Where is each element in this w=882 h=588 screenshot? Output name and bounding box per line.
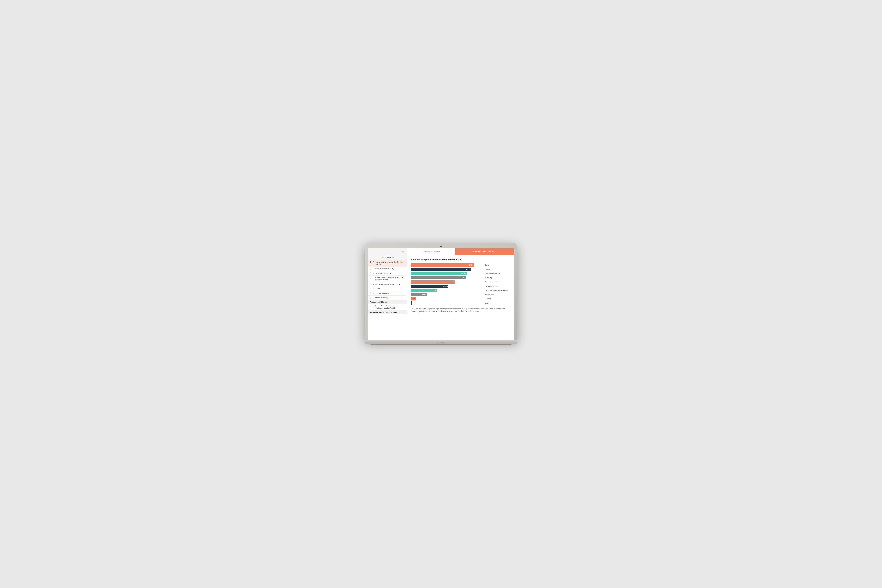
bar-wrapper-marketing: 75% [411, 276, 484, 279]
bar-customer-success: 51.5% [411, 285, 448, 288]
bar-wrapper-product: 83.1% [411, 268, 484, 271]
bar-wrapper-executives: 77.2% [411, 272, 484, 275]
chart-row-executives: 77.2% Executives/leadership [411, 272, 510, 275]
progress-complete-label: COMPLETE [384, 256, 394, 258]
sidebar-item-reflect[interactable]: ☰ Time to reflect 🔥 [368, 296, 406, 300]
sidebar-item-best-tools[interactable]: ☰ 19 of the best competitive intel tools… [368, 276, 406, 282]
complete-continue-button[interactable]: Complete and Continue › [456, 248, 514, 255]
prev-lecture-label: Previous Lecture [424, 250, 440, 253]
exam-icon: ≡✓ [372, 288, 375, 290]
video-icon-coursework: ▶ [372, 292, 374, 294]
laptop-base [365, 340, 517, 344]
top-nav: ‹ Previous Lecture Complete and Continue… [407, 248, 514, 255]
sidebar-item-exam[interactable]: ≡✓ Exam [368, 286, 406, 291]
radio-coursework [370, 292, 372, 294]
radio-swot [370, 272, 372, 274]
sidebar-item-label-reflect: Time to reflect 🔥 [375, 297, 405, 299]
bar-label-customer-success: 51.5% [443, 285, 447, 287]
radio-exam [370, 288, 372, 290]
sidebar-item-share-ci[interactable]: ☰ How to share competitive intelligence … [368, 260, 406, 267]
progress-percent: 0% [381, 256, 383, 258]
category-corporate-strategy: Corporate strategy/development [485, 290, 510, 291]
list-icon-reflect: ☰ [372, 297, 374, 298]
chart-container: 86.8% Sales 83.1% [411, 263, 510, 304]
chart-row-other: 1.5% Other [411, 302, 510, 304]
top-bar: ⚙ ‹ Previous Lecture Complete and Contin… [368, 248, 514, 255]
description-text: When we dug a little deeper and explored… [411, 308, 510, 313]
chart-row-product: 83.1% Product [411, 268, 510, 271]
category-other: Other [485, 302, 510, 304]
bar-wrapper-customer-success: 51.5% [411, 285, 484, 288]
next-arrow-icon: › [496, 250, 496, 253]
sidebar-item-label-coursework: Coursework (0:46) [375, 292, 405, 294]
category-marketing: Marketing [485, 277, 510, 279]
sidebar-item-swot[interactable]: ▶ SWOT analysis (5:23) [368, 271, 406, 276]
section-presenting-label: Presenting your findings [40 mins] [370, 311, 397, 314]
radio-module6 [370, 284, 372, 285]
sidebar-item-coursework[interactable]: ▶ Coursework (0:46) [368, 291, 406, 296]
sidebar-item-alex[interactable]: ☰ Alex McDonnell – Competitive Intellige… [368, 304, 406, 310]
sidebar-item-label-share-ci: How to share competitive intelligence fi… [375, 261, 405, 266]
bar-engineering: 22.1% [411, 293, 427, 296]
chart-row-product-marketing: 60.3% Product marketing [411, 280, 510, 284]
video-icon-module6: ▶ [372, 284, 374, 285]
progress-label: 0% COMPLETE [381, 256, 393, 258]
section-fireside: Fireside chat [20 mins] [368, 300, 406, 304]
sidebar-item-label-win-loss: Win/loss interviews (5:09) [375, 268, 405, 270]
chart-title: Who are competitor intel findings shared… [411, 258, 510, 261]
bar-other [411, 302, 412, 304]
settings-icon[interactable]: ⚙ [402, 250, 405, 254]
bar-wrapper-corporate-strategy: 36% [411, 289, 484, 292]
prev-lecture-button[interactable]: ‹ Previous Lecture [407, 248, 456, 255]
sidebar-item-label-exam: Exam [376, 288, 405, 290]
chart-row-finance: 6.6% Finance [411, 297, 510, 300]
list-icon-share-ci: ☰ [372, 261, 374, 263]
bar-sales: 86.8% [411, 263, 474, 267]
bar-label-executives: 77.2% [462, 273, 466, 274]
sidebar-header: ⚙ [368, 248, 407, 255]
bar-wrapper-sales: 86.8% [411, 263, 484, 267]
chart-row-customer-success: 51.5% Customer success [411, 285, 510, 288]
sidebar-item-label-swot: SWOT analysis (5:23) [375, 272, 405, 274]
main-panel: Who are competitor intel findings shared… [407, 255, 514, 340]
app-container: ⚙ ‹ Previous Lecture Complete and Contin… [368, 248, 514, 340]
bar-product: 83.1% [411, 268, 471, 271]
sidebar-item-label-alex: Alex McDonnell – Competitive Intelligenc… [375, 305, 405, 309]
camera [440, 246, 442, 247]
sidebar-item-label-best-tools: 19 of the best competitive intel tools f… [375, 277, 405, 281]
laptop-foot [370, 344, 512, 345]
bar-label-marketing: 75% [462, 277, 465, 279]
screen-bezel: ⚙ ‹ Previous Lecture Complete and Contin… [365, 243, 517, 340]
list-icon-best-tools: ☰ [372, 277, 374, 279]
sidebar-item-module6[interactable]: ▶ Module #6 | Key takeaways (1:10) [368, 282, 406, 286]
video-icon-win-loss: ▶ [372, 268, 374, 270]
radio-alex [370, 305, 372, 307]
bar-corporate-strategy: 36% [411, 289, 437, 292]
category-product-marketing: Product marketing [485, 281, 510, 283]
category-customer-success: Customer success [485, 285, 510, 287]
bar-label-engineering: 22.1% [422, 294, 426, 296]
radio-win-loss [370, 268, 372, 270]
bar-wrapper-engineering: 22.1% [411, 293, 484, 296]
prev-arrow-icon: ‹ [423, 250, 423, 253]
bar-label-product-marketing: 60.3% [450, 281, 454, 283]
radio-reflect [370, 297, 372, 298]
category-finance: Finance [485, 298, 510, 300]
category-sales: Sales [485, 264, 510, 266]
bar-wrapper-other: 1.5% [411, 302, 484, 304]
chart-row-sales: 86.8% Sales [411, 263, 510, 267]
complete-continue-label: Complete and Continue [473, 250, 495, 253]
radio-best-tools [370, 277, 372, 279]
chart-row-corporate-strategy: 36% Corporate strategy/development [411, 289, 510, 292]
chart-row-marketing: 75% Marketing [411, 276, 510, 279]
bar-product-marketing: 60.3% [411, 280, 455, 284]
sidebar-progress: 0% COMPLETE [368, 255, 406, 260]
radio-share-ci [370, 261, 372, 263]
bar-wrapper-product-marketing: 60.3% [411, 280, 484, 284]
bar-finance: 6.6% [411, 297, 416, 300]
bar-executives: 77.2% [411, 272, 467, 275]
sidebar-item-win-loss[interactable]: ▶ Win/loss interviews (5:09) [368, 267, 406, 271]
bar-label-other: 1.5% [413, 302, 416, 304]
laptop-wrapper: ⚙ ‹ Previous Lecture Complete and Contin… [362, 243, 520, 345]
bar-wrapper-finance: 6.6% [411, 297, 484, 300]
